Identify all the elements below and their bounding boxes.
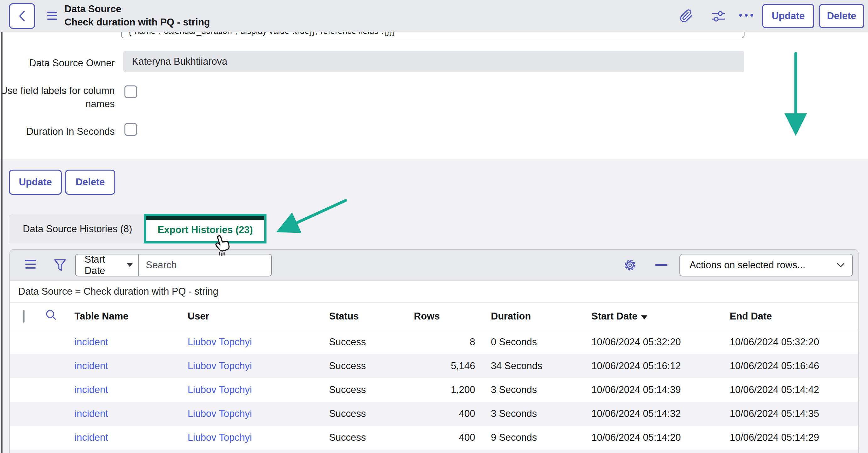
start-date-cell: 10/06/2024 05:16:12: [591, 360, 730, 371]
rows-cell: 5,146: [414, 360, 475, 371]
tab-export-histories-label: Export Histories (23): [146, 220, 264, 240]
search-field-value: Start Date: [85, 254, 127, 277]
table-row: incident Liubov Topchyi Success 5,146 34…: [10, 354, 858, 378]
table-name-link[interactable]: incident: [74, 432, 188, 443]
column-header-rows[interactable]: Rows: [414, 311, 475, 322]
status-cell: Success: [329, 336, 414, 348]
duration-cell: 3 Seconds: [475, 408, 591, 419]
duration-cell: 0 Seconds: [475, 336, 591, 348]
table-name-link[interactable]: incident: [74, 336, 188, 348]
back-button[interactable]: [9, 3, 35, 29]
script-field-text: {"name":"calendar_duration","display val…: [128, 32, 744, 36]
rows-cell: 400: [414, 408, 475, 419]
start-date-cell: 10/06/2024 05:14:32: [591, 408, 730, 419]
sliders-icon[interactable]: [711, 9, 726, 23]
page-title: Data Source Check duration with PQ - str…: [64, 2, 210, 29]
end-date-cell: 10/06/2024 05:14:29: [730, 432, 859, 443]
use-field-labels-label: Use field labels for column names: [0, 84, 115, 110]
use-field-labels-checkbox[interactable]: [124, 86, 137, 98]
chevron-down-icon: [837, 263, 845, 268]
page: {"name":"calendar_duration","display val…: [0, 0, 868, 453]
table-name-link[interactable]: incident: [74, 408, 188, 419]
actions-select-value: Actions on selected rows...: [689, 259, 805, 271]
duration-in-seconds-checkbox[interactable]: [124, 123, 137, 136]
paperclip-icon[interactable]: [679, 9, 693, 23]
table-header-row: Table Name User Status Rows Duration Sta…: [10, 302, 858, 330]
form-update-button[interactable]: Update: [9, 170, 62, 195]
column-header-status[interactable]: Status: [329, 311, 414, 322]
header-update-button[interactable]: Update: [762, 4, 814, 28]
breadcrumb[interactable]: Data Source = Check duration with PQ - s…: [10, 281, 858, 302]
owner-label: Data Source Owner: [0, 57, 115, 70]
list-menu-icon[interactable]: [25, 260, 36, 271]
rows-cell: 1,200: [414, 384, 475, 395]
owner-field[interactable]: Kateryna Bukhtiiarova: [123, 51, 744, 72]
column-header-duration[interactable]: Duration: [475, 311, 591, 322]
table-row: incident Liubov Topchyi Success 400 9 Se…: [10, 426, 858, 450]
column-header-end-date[interactable]: End Date: [730, 311, 859, 322]
start-date-cell: 10/06/2024 05:32:20: [591, 336, 730, 348]
status-cell: Success: [329, 360, 414, 371]
end-date-cell: 10/06/2024 05:14:42: [730, 384, 859, 395]
table-name-link[interactable]: incident: [74, 360, 188, 371]
search-input[interactable]: [139, 255, 271, 276]
user-link[interactable]: Liubov Topchyi: [188, 360, 329, 371]
active-tab-indicator: [146, 216, 264, 220]
user-link[interactable]: Liubov Topchyi: [188, 336, 329, 348]
end-date-cell: 10/06/2024 05:14:35: [730, 408, 859, 419]
record-name: Check duration with PQ - string: [64, 16, 210, 29]
end-date-cell: 10/06/2024 05:16:46: [730, 360, 859, 371]
list-toolbar: Start Date Actions on selected rows...: [10, 250, 858, 281]
duration-in-seconds-label: Duration In Seconds: [0, 125, 115, 138]
status-cell: Success: [329, 432, 414, 443]
user-link[interactable]: Liubov Topchyi: [188, 408, 329, 419]
duration-cell: 34 Seconds: [475, 360, 591, 371]
form-delete-button[interactable]: Delete: [65, 170, 115, 195]
duration-cell: 3 Seconds: [475, 384, 591, 395]
column-search-icon[interactable]: [45, 309, 58, 321]
header-delete-button[interactable]: Delete: [819, 4, 864, 28]
start-date-cell: 10/06/2024 05:14:20: [591, 432, 730, 443]
table-row: incident Liubov Topchyi Success 400 3 Se…: [10, 402, 858, 426]
table-row: incident Liubov Topchyi Success 8 0 Seco…: [10, 330, 858, 354]
gear-icon[interactable]: [623, 258, 637, 272]
user-link[interactable]: Liubov Topchyi: [188, 384, 329, 395]
chevron-down-icon: [127, 263, 133, 267]
record-type: Data Source: [64, 2, 210, 16]
header-bar: Data Source Check duration with PQ - str…: [0, 0, 868, 32]
tab-data-source-histories[interactable]: Data Source Histories (8): [9, 215, 146, 244]
hamburger-menu-icon[interactable]: [47, 12, 57, 22]
status-cell: Success: [329, 408, 414, 419]
minimize-list-icon[interactable]: [655, 264, 668, 266]
rows-cell: 400: [414, 432, 475, 443]
end-date-cell: 10/06/2024 05:32:20: [730, 336, 859, 348]
lower-section: Update Delete Data Source Histories (8) …: [0, 159, 868, 453]
content-left-border: [1, 32, 2, 453]
start-date-cell: 10/06/2024 05:14:39: [591, 384, 730, 395]
select-all-checkbox[interactable]: [23, 310, 25, 323]
export-histories-list: Start Date Actions on selected rows...: [9, 249, 859, 453]
filter-funnel-icon[interactable]: [54, 259, 67, 272]
list-search-group: Start Date: [75, 254, 272, 277]
script-field[interactable]: {"name":"calendar_duration","display val…: [121, 32, 744, 38]
sort-desc-icon: [641, 315, 647, 320]
chevron-left-icon: [17, 9, 27, 23]
table-row: incident Liubov Topchyi Success 1,200 3 …: [10, 378, 858, 402]
user-link[interactable]: Liubov Topchyi: [188, 432, 329, 443]
status-cell: Success: [329, 384, 414, 395]
table-row-partial: [10, 450, 858, 453]
tab-export-histories[interactable]: Export Histories (23): [144, 214, 267, 244]
table-name-link[interactable]: incident: [74, 384, 188, 395]
column-header-table-name[interactable]: Table Name: [74, 311, 188, 322]
more-actions-button[interactable]: [739, 14, 753, 17]
rows-cell: 8: [414, 336, 475, 348]
form-section: {"name":"calendar_duration","display val…: [0, 32, 868, 159]
actions-on-selected-rows-select[interactable]: Actions on selected rows...: [679, 254, 853, 277]
column-header-start-date[interactable]: Start Date: [591, 311, 730, 322]
duration-cell: 9 Seconds: [475, 432, 591, 443]
column-header-user[interactable]: User: [188, 311, 329, 322]
search-field-select[interactable]: Start Date: [76, 255, 139, 276]
